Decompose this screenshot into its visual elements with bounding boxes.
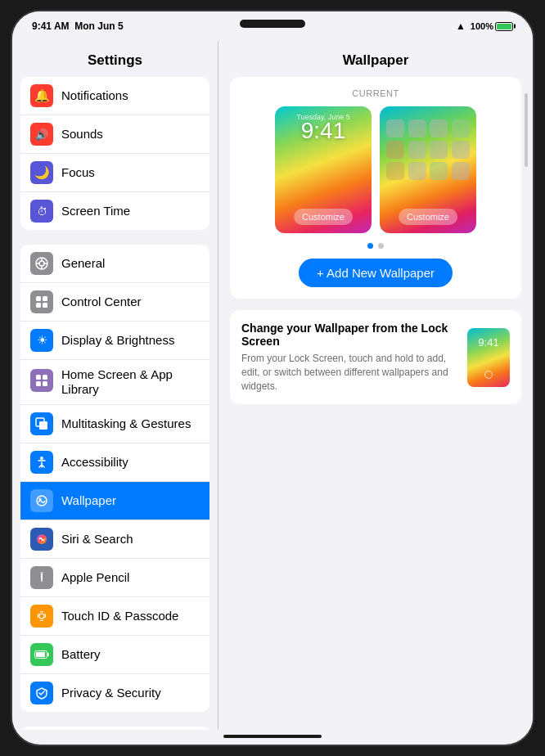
- sidebar-group-1: 🔔 Notifications 🔊 Sounds 🌙 Focus ⏱ Scree…: [20, 77, 209, 230]
- sidebar-item-wallpaper[interactable]: Wallpaper: [20, 482, 209, 520]
- touchid-label: Touch ID & Passcode: [61, 609, 178, 623]
- status-time: 9:41 AM Mon Jun 5: [32, 20, 124, 32]
- controlcenter-icon: [30, 290, 53, 313]
- sidebar-item-siri[interactable]: Siri & Search: [20, 520, 209, 559]
- sidebar-item-notifications[interactable]: 🔔 Notifications: [20, 77, 209, 115]
- status-bar: 9:41 AM Mon Jun 5 ▲ 100%: [12, 11, 533, 41]
- svg-rect-22: [41, 572, 43, 574]
- main-title: Wallpaper: [218, 41, 533, 77]
- sidebar-item-general[interactable]: General: [20, 245, 209, 283]
- lock-screen-tip: Change your Wallpaper from the Lock Scre…: [230, 310, 521, 404]
- multitasking-icon: [30, 412, 53, 435]
- homescreen-icon: [30, 369, 53, 392]
- wallpaper-label: Wallpaper: [61, 493, 116, 508]
- notifications-label: Notifications: [61, 88, 128, 103]
- multitasking-label: Multitasking & Gestures: [61, 416, 191, 431]
- accessibility-label: Accessibility: [61, 455, 128, 470]
- svg-marker-21: [41, 580, 43, 583]
- tip-preview-time: 9:41: [467, 336, 510, 349]
- homescreen-label: Home Screen & App Library: [61, 367, 200, 397]
- privacy-icon: [30, 682, 53, 704]
- sidebar-item-battery[interactable]: Battery: [20, 636, 209, 674]
- wp-time: 9:41: [275, 118, 372, 144]
- battery-indicator: 100%: [471, 21, 513, 31]
- battery-label: Battery: [61, 647, 101, 662]
- sidebar: Settings 🔔 Notifications 🔊 Sounds 🌙 Focu…: [12, 41, 218, 730]
- svg-rect-9: [43, 303, 47, 308]
- svg-rect-7: [43, 296, 47, 301]
- svg-rect-10: [36, 375, 41, 380]
- sidebar-title: Settings: [12, 41, 218, 77]
- sidebar-item-focus[interactable]: 🌙 Focus: [20, 154, 209, 192]
- page-dot-2: [378, 243, 384, 249]
- controlcenter-label: Control Center: [61, 295, 142, 309]
- tip-title: Change your Wallpaper from the Lock Scre…: [241, 322, 456, 348]
- sidebar-item-appstore[interactable]: App Store: [20, 727, 209, 730]
- sidebar-item-privacy[interactable]: Privacy & Security: [20, 674, 209, 712]
- battery-fill: [497, 24, 511, 29]
- content-area: Settings 🔔 Notifications 🔊 Sounds 🌙 Focu…: [12, 41, 533, 730]
- sidebar-item-applepencil[interactable]: Apple Pencil: [20, 559, 209, 597]
- siri-label: Siri & Search: [61, 532, 133, 547]
- svg-rect-8: [36, 303, 41, 308]
- svg-rect-13: [43, 381, 47, 386]
- wifi-icon: ▲: [456, 20, 466, 32]
- wallpaper-previews: Tuesday, June 5 9:41 Customize: [241, 106, 510, 233]
- tip-description: From your Lock Screen, touch and hold to…: [241, 352, 456, 393]
- status-indicators: ▲ 100%: [456, 20, 513, 32]
- notifications-icon: 🔔: [30, 84, 53, 107]
- current-label: CURRENT: [241, 88, 510, 98]
- sidebar-item-touchid[interactable]: Touch ID & Passcode: [20, 597, 209, 636]
- svg-rect-15: [39, 421, 47, 430]
- screentime-icon: ⏱: [30, 200, 53, 223]
- scrollbar-track: [525, 77, 528, 728]
- sidebar-item-controlcenter[interactable]: Control Center: [20, 283, 209, 322]
- applepencil-icon: [30, 566, 53, 589]
- focus-label: Focus: [61, 165, 95, 180]
- svg-rect-6: [36, 296, 41, 301]
- lockscreen-preview[interactable]: Tuesday, June 5 9:41 Customize: [275, 106, 372, 233]
- page-dot-1: [367, 243, 373, 249]
- accessibility-icon: [30, 451, 53, 474]
- lockscreen-customize-btn[interactable]: Customize: [294, 209, 353, 225]
- wallpaper-icon: [30, 489, 53, 512]
- front-camera: [240, 20, 305, 28]
- ipad-device: 9:41 AM Mon Jun 5 ▲ 100% Settings 🔔 Noti…: [11, 10, 534, 746]
- screentime-label: Screen Time: [61, 204, 130, 218]
- sidebar-item-homescreen[interactable]: Home Screen & App Library: [20, 360, 209, 405]
- tip-text-block: Change your Wallpaper from the Lock Scre…: [241, 322, 456, 393]
- tip-preview: 9:41: [467, 328, 510, 387]
- privacy-label: Privacy & Security: [61, 686, 161, 700]
- focus-icon: 🌙: [30, 161, 53, 184]
- scrollbar-thumb: [525, 93, 528, 167]
- sidebar-item-accessibility[interactable]: Accessibility: [20, 443, 209, 482]
- homescreen-preview[interactable]: Customize: [380, 106, 476, 233]
- sidebar-item-screentime[interactable]: ⏱ Screen Time: [20, 192, 209, 230]
- homescreen-customize-btn[interactable]: Customize: [399, 209, 457, 225]
- applepencil-label: Apple Pencil: [61, 570, 129, 585]
- page-dots: [241, 243, 510, 249]
- svg-point-1: [39, 261, 44, 266]
- svg-point-18: [39, 498, 42, 501]
- sidebar-group-2: General Control Center ☀ D: [20, 245, 209, 712]
- svg-rect-25: [36, 652, 45, 657]
- home-indicator[interactable]: [223, 735, 322, 738]
- sidebar-item-display[interactable]: ☀ Display & Brightness: [20, 322, 209, 360]
- main-content: Wallpaper CURRENT Tuesday, June 5 9:41 C…: [218, 41, 533, 730]
- svg-point-23: [39, 614, 44, 619]
- display-label: Display & Brightness: [61, 333, 174, 348]
- add-wallpaper-btn[interactable]: + Add New Wallpaper: [299, 259, 453, 287]
- svg-rect-11: [43, 375, 47, 380]
- battery-percentage: 100%: [471, 21, 493, 31]
- svg-point-16: [40, 457, 43, 460]
- display-icon: ☀: [30, 329, 53, 352]
- svg-rect-12: [36, 381, 41, 386]
- sounds-label: Sounds: [61, 127, 103, 142]
- battery-icon-sidebar: [30, 643, 53, 666]
- siri-icon: [30, 528, 53, 551]
- general-label: General: [61, 256, 105, 271]
- sidebar-item-sounds[interactable]: 🔊 Sounds: [20, 115, 209, 154]
- sidebar-item-multitasking[interactable]: Multitasking & Gestures: [20, 405, 209, 443]
- svg-rect-26: [47, 653, 49, 656]
- general-icon: [30, 252, 53, 275]
